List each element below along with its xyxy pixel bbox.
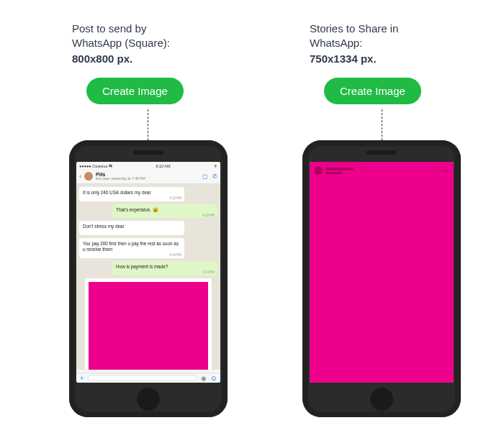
create-image-button[interactable]: Create Image <box>324 78 421 104</box>
chat-text-field[interactable] <box>88 375 197 381</box>
home-button[interactable] <box>370 388 393 411</box>
image-placeholder-square <box>85 278 212 370</box>
voice-call-icon[interactable]: ✆ <box>212 173 217 180</box>
status-time: 6:10 AM <box>156 164 170 168</box>
chat-header-icons: ▢ ✆ <box>202 173 217 180</box>
option-title: Stories to Share in WhatsApp: <box>310 22 504 51</box>
avatar <box>314 166 323 175</box>
status-right: ✈ <box>214 164 217 168</box>
chat-text: It is only 240 USA dollars my dear <box>83 190 151 195</box>
chat-bubble: How is payment is made? 4:14 PM <box>112 261 217 275</box>
create-image-button[interactable]: Create Image <box>86 78 184 104</box>
phone-screen: ⋯ <box>310 162 454 383</box>
chat-header: ‹ Pills last seen yesterday at 7:48 PM ▢… <box>76 170 220 184</box>
option-dimensions: 750x1334 px. <box>310 53 504 65</box>
highlight-region: ⋯ <box>310 162 454 383</box>
chat-title-block: Pills last seen yesterday at 7:48 PM <box>96 172 199 181</box>
title-line2: WhatsApp: <box>310 37 362 49</box>
chat-last-seen: last seen yesterday at 7:48 PM <box>96 177 199 181</box>
chat-text: That's expensive. 😩 <box>116 207 158 212</box>
chat-bubble: You pay 200 first then u pay the rest as… <box>79 238 184 258</box>
phone-speaker <box>366 150 397 155</box>
phone-screen: ●●●●● Ooredoo ⇆ 6:10 AM ✈ ‹ Pills last s… <box>76 162 220 383</box>
mic-icon[interactable]: ⊙ <box>211 375 217 382</box>
avatar[interactable] <box>84 172 93 181</box>
phone-mockup-square: ●●●●● Ooredoo ⇆ 6:10 AM ✈ ‹ Pills last s… <box>69 140 228 417</box>
title-line1: Stories to Share in <box>310 22 398 35</box>
chat-bubble: It is only 240 USA dollars my dear 4:12 … <box>79 187 184 201</box>
chat-time: 4:14 PM <box>202 270 215 275</box>
ios-status-bar: ●●●●● Ooredoo ⇆ 6:10 AM ✈ <box>76 162 220 170</box>
option-square-post: Post to send by WhatsApp (Square): 800x8… <box>72 22 266 147</box>
story-header: ⋯ <box>314 166 449 175</box>
chat-bubble: Don't stress my dear <box>79 221 184 235</box>
chat-time: 4:13 PM <box>202 214 215 218</box>
chat-text: How is payment is made? <box>116 264 168 269</box>
camera-icon[interactable]: ◉ <box>201 375 207 382</box>
status-left: ●●●●● Ooredoo ⇆ <box>79 164 112 168</box>
phone-speaker <box>133 150 163 155</box>
chat-time: 4:14 PM <box>169 253 181 257</box>
option-story: Stories to Share in WhatsApp: 750x1334 p… <box>310 22 504 147</box>
chat-text: You pay 200 first then u pay the rest as… <box>83 241 179 252</box>
option-title: Post to send by WhatsApp (Square): <box>72 22 266 51</box>
video-call-icon[interactable]: ▢ <box>202 173 208 180</box>
back-icon[interactable]: ‹ <box>79 173 81 180</box>
chat-text: Don't stress my dear <box>83 224 125 229</box>
chat-bubble: That's expensive. 😩 4:13 PM <box>112 204 217 219</box>
title-line1: Post to send by <box>72 22 146 35</box>
home-button[interactable] <box>137 388 160 411</box>
story-name-placeholder <box>325 168 354 174</box>
highlight-region <box>89 282 209 370</box>
chat-body: It is only 240 USA dollars my dear 4:12 … <box>76 184 220 370</box>
chat-input-bar: + ◉ ⊙ <box>76 373 220 383</box>
option-dimensions: 800x800 px. <box>72 53 266 65</box>
more-icon[interactable]: ⋯ <box>441 167 449 175</box>
carrier: ●●●●● Ooredoo <box>79 164 108 168</box>
phone-mockup-story: ⋯ <box>302 140 461 417</box>
plus-icon[interactable]: + <box>80 375 84 382</box>
signal-icon: ⇆ <box>109 164 112 168</box>
title-line2: WhatsApp (Square): <box>72 37 170 49</box>
chat-time: 4:12 PM <box>169 196 181 201</box>
